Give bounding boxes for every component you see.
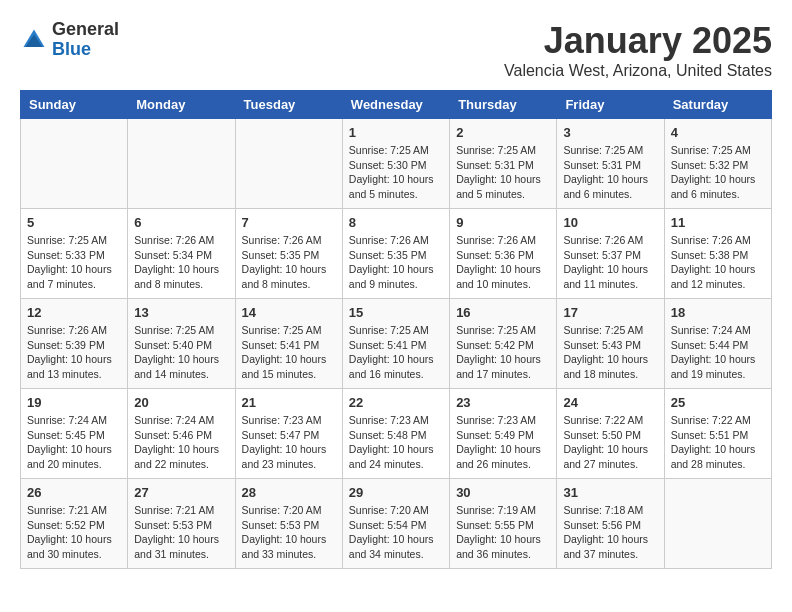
day-number: 1: [349, 125, 443, 140]
calendar-cell: 4Sunrise: 7:25 AMSunset: 5:32 PMDaylight…: [664, 119, 771, 209]
weekday-header-row: SundayMondayTuesdayWednesdayThursdayFrid…: [21, 91, 772, 119]
calendar-week-row: 12Sunrise: 7:26 AMSunset: 5:39 PMDayligh…: [21, 299, 772, 389]
logo-blue-label: Blue: [52, 40, 119, 60]
day-info: Sunrise: 7:25 AMSunset: 5:31 PMDaylight:…: [563, 143, 657, 202]
day-info: Sunrise: 7:26 AMSunset: 5:39 PMDaylight:…: [27, 323, 121, 382]
weekday-header-tuesday: Tuesday: [235, 91, 342, 119]
weekday-header-sunday: Sunday: [21, 91, 128, 119]
day-info: Sunrise: 7:26 AMSunset: 5:38 PMDaylight:…: [671, 233, 765, 292]
day-number: 21: [242, 395, 336, 410]
calendar-cell: 31Sunrise: 7:18 AMSunset: 5:56 PMDayligh…: [557, 479, 664, 569]
day-number: 12: [27, 305, 121, 320]
day-info: Sunrise: 7:20 AMSunset: 5:53 PMDaylight:…: [242, 503, 336, 562]
calendar-cell: 11Sunrise: 7:26 AMSunset: 5:38 PMDayligh…: [664, 209, 771, 299]
calendar-cell: 5Sunrise: 7:25 AMSunset: 5:33 PMDaylight…: [21, 209, 128, 299]
day-number: 11: [671, 215, 765, 230]
day-number: 31: [563, 485, 657, 500]
day-info: Sunrise: 7:18 AMSunset: 5:56 PMDaylight:…: [563, 503, 657, 562]
calendar-cell: 27Sunrise: 7:21 AMSunset: 5:53 PMDayligh…: [128, 479, 235, 569]
day-number: 14: [242, 305, 336, 320]
calendar-cell: 14Sunrise: 7:25 AMSunset: 5:41 PMDayligh…: [235, 299, 342, 389]
weekday-header-saturday: Saturday: [664, 91, 771, 119]
day-number: 20: [134, 395, 228, 410]
calendar-cell: [128, 119, 235, 209]
day-info: Sunrise: 7:25 AMSunset: 5:33 PMDaylight:…: [27, 233, 121, 292]
day-info: Sunrise: 7:24 AMSunset: 5:44 PMDaylight:…: [671, 323, 765, 382]
day-info: Sunrise: 7:20 AMSunset: 5:54 PMDaylight:…: [349, 503, 443, 562]
day-info: Sunrise: 7:25 AMSunset: 5:32 PMDaylight:…: [671, 143, 765, 202]
calendar-cell: 10Sunrise: 7:26 AMSunset: 5:37 PMDayligh…: [557, 209, 664, 299]
day-number: 2: [456, 125, 550, 140]
day-info: Sunrise: 7:25 AMSunset: 5:41 PMDaylight:…: [242, 323, 336, 382]
logo-text: General Blue: [52, 20, 119, 60]
day-info: Sunrise: 7:25 AMSunset: 5:41 PMDaylight:…: [349, 323, 443, 382]
calendar-cell: [21, 119, 128, 209]
calendar-subtitle: Valencia West, Arizona, United States: [504, 62, 772, 80]
calendar-week-row: 26Sunrise: 7:21 AMSunset: 5:52 PMDayligh…: [21, 479, 772, 569]
day-info: Sunrise: 7:25 AMSunset: 5:42 PMDaylight:…: [456, 323, 550, 382]
calendar-table: SundayMondayTuesdayWednesdayThursdayFrid…: [20, 90, 772, 569]
day-number: 23: [456, 395, 550, 410]
calendar-cell: 25Sunrise: 7:22 AMSunset: 5:51 PMDayligh…: [664, 389, 771, 479]
calendar-cell: 8Sunrise: 7:26 AMSunset: 5:35 PMDaylight…: [342, 209, 449, 299]
calendar-cell: 24Sunrise: 7:22 AMSunset: 5:50 PMDayligh…: [557, 389, 664, 479]
day-number: 26: [27, 485, 121, 500]
calendar-cell: 3Sunrise: 7:25 AMSunset: 5:31 PMDaylight…: [557, 119, 664, 209]
day-number: 7: [242, 215, 336, 230]
calendar-week-row: 19Sunrise: 7:24 AMSunset: 5:45 PMDayligh…: [21, 389, 772, 479]
calendar-cell: 15Sunrise: 7:25 AMSunset: 5:41 PMDayligh…: [342, 299, 449, 389]
day-info: Sunrise: 7:24 AMSunset: 5:46 PMDaylight:…: [134, 413, 228, 472]
calendar-cell: 22Sunrise: 7:23 AMSunset: 5:48 PMDayligh…: [342, 389, 449, 479]
day-info: Sunrise: 7:23 AMSunset: 5:49 PMDaylight:…: [456, 413, 550, 472]
day-number: 24: [563, 395, 657, 410]
calendar-cell: 21Sunrise: 7:23 AMSunset: 5:47 PMDayligh…: [235, 389, 342, 479]
day-number: 19: [27, 395, 121, 410]
calendar-cell: 18Sunrise: 7:24 AMSunset: 5:44 PMDayligh…: [664, 299, 771, 389]
calendar-cell: 20Sunrise: 7:24 AMSunset: 5:46 PMDayligh…: [128, 389, 235, 479]
day-number: 18: [671, 305, 765, 320]
day-number: 8: [349, 215, 443, 230]
day-info: Sunrise: 7:26 AMSunset: 5:37 PMDaylight:…: [563, 233, 657, 292]
day-number: 4: [671, 125, 765, 140]
day-info: Sunrise: 7:19 AMSunset: 5:55 PMDaylight:…: [456, 503, 550, 562]
day-number: 15: [349, 305, 443, 320]
logo-icon: [20, 26, 48, 54]
weekday-header-friday: Friday: [557, 91, 664, 119]
day-info: Sunrise: 7:25 AMSunset: 5:31 PMDaylight:…: [456, 143, 550, 202]
day-info: Sunrise: 7:26 AMSunset: 5:35 PMDaylight:…: [242, 233, 336, 292]
weekday-header-thursday: Thursday: [450, 91, 557, 119]
calendar-cell: 19Sunrise: 7:24 AMSunset: 5:45 PMDayligh…: [21, 389, 128, 479]
day-info: Sunrise: 7:25 AMSunset: 5:30 PMDaylight:…: [349, 143, 443, 202]
calendar-cell: 28Sunrise: 7:20 AMSunset: 5:53 PMDayligh…: [235, 479, 342, 569]
day-info: Sunrise: 7:24 AMSunset: 5:45 PMDaylight:…: [27, 413, 121, 472]
day-number: 30: [456, 485, 550, 500]
calendar-cell: 16Sunrise: 7:25 AMSunset: 5:42 PMDayligh…: [450, 299, 557, 389]
calendar-cell: 23Sunrise: 7:23 AMSunset: 5:49 PMDayligh…: [450, 389, 557, 479]
page-header: General Blue January 2025 Valencia West,…: [20, 20, 772, 80]
calendar-cell: 1Sunrise: 7:25 AMSunset: 5:30 PMDaylight…: [342, 119, 449, 209]
calendar-cell: 30Sunrise: 7:19 AMSunset: 5:55 PMDayligh…: [450, 479, 557, 569]
calendar-cell: 13Sunrise: 7:25 AMSunset: 5:40 PMDayligh…: [128, 299, 235, 389]
weekday-header-wednesday: Wednesday: [342, 91, 449, 119]
calendar-cell: 9Sunrise: 7:26 AMSunset: 5:36 PMDaylight…: [450, 209, 557, 299]
day-info: Sunrise: 7:25 AMSunset: 5:43 PMDaylight:…: [563, 323, 657, 382]
calendar-cell: 2Sunrise: 7:25 AMSunset: 5:31 PMDaylight…: [450, 119, 557, 209]
day-number: 9: [456, 215, 550, 230]
day-number: 25: [671, 395, 765, 410]
calendar-cell: [664, 479, 771, 569]
day-number: 17: [563, 305, 657, 320]
day-number: 22: [349, 395, 443, 410]
weekday-header-monday: Monday: [128, 91, 235, 119]
day-number: 10: [563, 215, 657, 230]
calendar-cell: 12Sunrise: 7:26 AMSunset: 5:39 PMDayligh…: [21, 299, 128, 389]
day-info: Sunrise: 7:23 AMSunset: 5:47 PMDaylight:…: [242, 413, 336, 472]
day-number: 27: [134, 485, 228, 500]
day-number: 29: [349, 485, 443, 500]
calendar-cell: 29Sunrise: 7:20 AMSunset: 5:54 PMDayligh…: [342, 479, 449, 569]
day-info: Sunrise: 7:21 AMSunset: 5:52 PMDaylight:…: [27, 503, 121, 562]
calendar-cell: 26Sunrise: 7:21 AMSunset: 5:52 PMDayligh…: [21, 479, 128, 569]
calendar-cell: [235, 119, 342, 209]
day-info: Sunrise: 7:23 AMSunset: 5:48 PMDaylight:…: [349, 413, 443, 472]
day-info: Sunrise: 7:21 AMSunset: 5:53 PMDaylight:…: [134, 503, 228, 562]
calendar-title: January 2025: [504, 20, 772, 62]
